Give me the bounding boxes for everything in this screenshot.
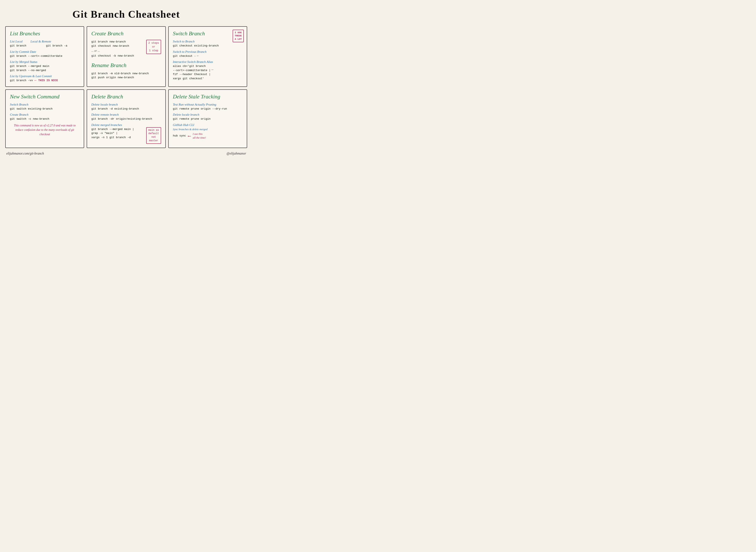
switch-prev-label: Switch to Previous Branch [173,50,243,53]
alias-cmd2: --sort=-committerdate | [173,68,211,73]
i-use-note: I use thisall the time! [193,132,206,140]
use-badge: I USETHESEA LOT [233,30,244,42]
prune-label: Delete locale branch [173,113,243,117]
arrow-icon-2: ← [197,54,199,58]
rename-cmd2: git push origin new-branch [91,76,161,80]
prune-cmd: git remote prune origin [173,117,243,121]
switch-to-cmd: git checkout existing-branch [173,44,243,48]
new-switch-note: This command is new as of v2.27.0 and wa… [10,123,80,136]
create-branch-card: Create Branch git branch new-branch git … [87,26,165,87]
delete-merged-cmd1: git branch --merged main | [91,127,134,131]
switch-branch-sub-label: Switch Branch [10,103,80,106]
switch-prev-cmd: git checkout - [173,54,196,58]
dry-run-label: Test Run without Actually Pruning [173,103,243,106]
switch-to-label: Switch to Branch [173,40,243,43]
create-cmd2: git checkout new-branch [91,44,129,48]
switch-branch-title: Switch Branch [173,30,243,37]
switch-branch-sub-cmd: git switch existing-branch [10,107,80,111]
this-is-nice-annotation: THIS IS NICE [38,79,58,82]
create-branch-commands: git branch new-branch git checkout new-b… [91,40,161,48]
create-cmd3: git checkout -b new-branch [91,54,161,58]
interactive-switch-label: Interactive Switch Branch Alias [173,60,243,64]
delete-local-label: Delete locale branch [91,103,161,106]
alias-cmd1: alias cb='git branch [173,64,211,68]
list-upstream-label: List by Upstream & Last Commit [10,75,80,78]
arrow-icon: ← [34,79,37,83]
list-local-label: List Local Local & Remote [10,40,80,43]
create-branch-sub-cmd: git switch -c new-branch [10,117,80,121]
list-upstream-cmd: git branch -vv [10,79,33,83]
delete-merged-label: Delete merged branches [91,123,161,127]
main-grid: List Branches List Local Local & Remote … [4,25,248,149]
default-badge: main asdefaultnotmaster [146,127,161,144]
delete-merged-cmd3: xargs -n 1 git branch -d [91,135,134,140]
alias-cmd3: fzf --header Checkout | [173,72,211,77]
page-title: Git Branch Cheatsheet [4,4,248,25]
hub-cli-sublabel: Sync branches & delete merged [173,127,243,131]
delete-merged-cmd2: grep -v "main" | [91,131,134,135]
rename-cmd1: git branch -m old-branch new-branch [91,72,161,76]
footer-right: @elijahmanor [227,152,246,155]
footer: elijahmanor.com/git-branch @elijahmanor [4,149,248,156]
create-branch-title: Create Branch [91,30,161,37]
list-merged-cmd1: git branch --merged main [10,64,80,68]
new-switch-title: New Switch Command [10,94,80,100]
list-by-date-label: List by Commit Date [10,50,80,53]
hub-sync-cmd: hub sync [173,134,186,138]
new-switch-card: New Switch Command Switch Branch git swi… [5,89,84,148]
hub-cli-label: GitHub Hub CLI [173,123,243,127]
dry-run-cmd: git remote prune origin --dry-run [173,107,243,111]
hub-sync-row: hub sync ⟵ I use thisall the time! [173,132,243,140]
list-merged-label: List by Merged Status [10,60,80,64]
arrow-icon-3: ← [212,68,214,72]
delete-branch-title: Delete Branch [91,94,161,100]
delete-stale-title: Delete Stale Tracking [173,94,243,100]
create-cmd1: git branch new-branch [91,40,129,44]
list-branches-card: List Branches List Local Local & Remote … [5,26,84,87]
list-branches-title: List Branches [10,30,80,37]
create-branch-sub-label: Create Branch [10,113,80,117]
alias-cmd4: xargs git checkout' [173,77,211,81]
steps-badge: 2 stepsor1 step [146,40,161,54]
curved-arrow-icon: ⟵ [188,133,191,139]
delete-remote-cmd: git branch -dr origin/existing-branch [91,117,161,121]
list-local-cmd: git branch git branch -a [10,44,80,48]
delete-local-cmd: git branch -d existing-branch [91,107,161,111]
rename-branch-title: Rename Branch [91,62,161,68]
delete-branch-card: Delete Branch Delete locale branch git b… [87,89,165,148]
list-merged-cmd2: git branch --no-merged [10,68,80,73]
switch-branch-card: I USETHESEA LOT Switch Branch Switch to … [168,26,247,87]
footer-left: elijahmanor.com/git-branch [6,152,44,155]
delete-remote-label: Delete remote branch [91,113,161,117]
delete-stale-card: Delete Stale Tracking Test Run without A… [168,89,247,148]
list-by-date-cmd: git branch --sort=-committerdate [10,54,80,58]
